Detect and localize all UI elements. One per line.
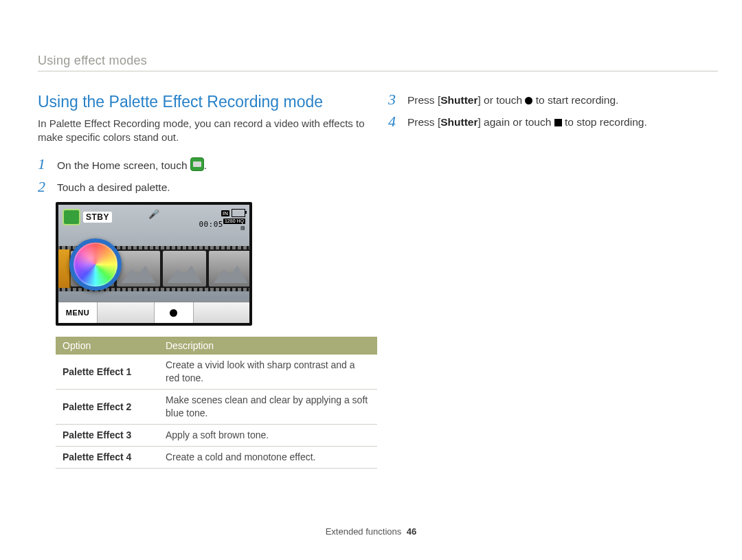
step-text: Touch a desired palette. xyxy=(57,180,368,195)
palette-options-table: Option Description Palette Effect 1 Crea… xyxy=(56,337,377,468)
menu-button[interactable]: MENU xyxy=(58,302,98,323)
status-indicators: IN 1280 HQ ▧ xyxy=(221,209,245,230)
table-header-option: Option xyxy=(56,337,159,355)
step-prefix: On the Home screen, touch xyxy=(57,159,190,171)
manual-page: Using effect modes Using the Palette Eff… xyxy=(0,0,742,560)
left-column: Using the Palette Effect Recording mode … xyxy=(38,93,368,469)
palette-thumbnail[interactable] xyxy=(117,251,160,287)
palette-thumbnail[interactable] xyxy=(209,251,252,287)
step-number: 1 xyxy=(38,157,53,172)
table-row: Palette Effect 3 Apply a soft brown tone… xyxy=(56,425,377,447)
right-column: 3 Press [Shutter] or touch to start reco… xyxy=(388,93,718,137)
palette-selector-icon[interactable] xyxy=(69,238,122,291)
step-4: 4 Press [Shutter] again or touch to stop… xyxy=(388,115,718,130)
section-heading: Using the Palette Effect Recording mode xyxy=(38,93,368,111)
palette-thumbnail[interactable] xyxy=(163,251,206,287)
sd-icon: ▧ xyxy=(240,225,245,230)
step-3: 3 Press [Shutter] or touch to start reco… xyxy=(388,93,718,108)
record-dot-icon xyxy=(525,97,532,104)
table-header-description: Description xyxy=(159,337,377,355)
option-description: Create a cold and monotone effect. xyxy=(159,446,377,468)
footer-section: Extended functions xyxy=(326,526,402,537)
shutter-label: Shutter xyxy=(440,116,477,128)
divider xyxy=(38,71,718,71)
option-description: Make scenes clean and clear by applying … xyxy=(159,390,377,425)
step-number: 4 xyxy=(388,114,403,129)
shutter-label: Shutter xyxy=(440,94,477,106)
standby-label: STBY xyxy=(83,212,112,223)
palette-home-icon xyxy=(190,157,204,171)
table-row: Palette Effect 2 Make scenes clean and c… xyxy=(56,390,377,425)
page-footer: Extended functions 46 xyxy=(0,526,742,537)
option-name: Palette Effect 2 xyxy=(56,390,159,425)
option-name: Palette Effect 3 xyxy=(56,425,159,447)
step-suffix: . xyxy=(204,159,207,171)
breadcrumb: Using effect modes xyxy=(38,54,147,68)
microphone-icon: 🎤 xyxy=(148,209,159,219)
intro-text: In Palette Effect Recording mode, you ca… xyxy=(38,117,368,145)
record-button[interactable] xyxy=(154,302,194,323)
option-name: Palette Effect 4 xyxy=(56,446,159,468)
standby-badge: STBY xyxy=(63,209,112,225)
step-number: 2 xyxy=(38,179,53,194)
storage-badge: IN xyxy=(221,210,229,216)
step-text: On the Home screen, touch . xyxy=(57,157,368,173)
step-text: Press [Shutter] or touch to start record… xyxy=(407,93,718,108)
step-number: 3 xyxy=(388,92,403,107)
table-row: Palette Effect 4 Create a cold and monot… xyxy=(56,446,377,468)
resolution-badge: 1280 HQ xyxy=(223,219,245,224)
option-description: Create a vivid look with sharp contrast … xyxy=(159,355,377,389)
stop-square-icon xyxy=(554,119,562,126)
table-row: Palette Effect 1 Create a vivid look wit… xyxy=(56,355,377,389)
palette-mode-icon xyxy=(63,209,80,225)
battery-icon xyxy=(232,209,245,217)
option-description: Apply a soft brown tone. xyxy=(159,425,377,447)
film-leader-icon xyxy=(56,249,71,288)
camera-screen: STBY 🎤 00:05 IN 1280 HQ ▧ xyxy=(56,202,252,326)
page-number: 46 xyxy=(407,526,416,537)
screen-toolbar: MENU xyxy=(58,302,249,323)
record-dot-icon xyxy=(170,309,177,317)
step-text: Press [Shutter] again or touch to stop r… xyxy=(407,115,718,130)
step-2: 2 Touch a desired palette. xyxy=(38,180,368,195)
step-1: 1 On the Home screen, touch . xyxy=(38,157,368,173)
recording-timer: 00:05 xyxy=(199,220,223,229)
option-name: Palette Effect 1 xyxy=(56,355,159,389)
